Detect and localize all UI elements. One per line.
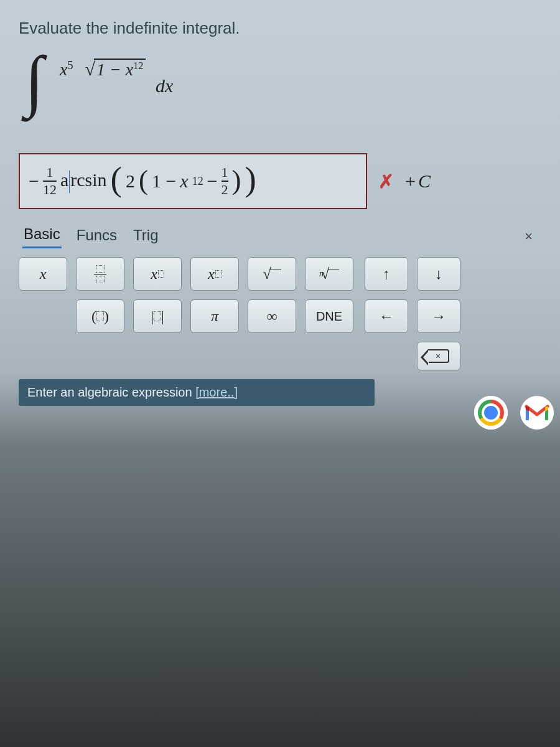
input-hint[interactable]: Enter an algebraic expression [more..] <box>19 379 375 406</box>
key-x[interactable]: x <box>19 257 67 291</box>
taskbar <box>474 396 554 430</box>
tab-funcs[interactable]: Funcs <box>75 225 118 248</box>
answer-frac-1-2: 1 2 <box>222 166 228 197</box>
key-arrow-down[interactable]: ↓ <box>417 257 460 291</box>
key-arrow-left[interactable]: ← <box>365 299 408 333</box>
answer-frac-1-12: 1 12 <box>43 166 57 197</box>
keypad-tabs: Basic Funcs Trig × <box>19 222 541 253</box>
gmail-icon[interactable] <box>520 396 554 430</box>
answer-two: 2 <box>126 171 135 192</box>
tab-basic[interactable]: Basic <box>22 224 62 248</box>
key-arrow-right[interactable]: → <box>417 299 460 333</box>
key-subscript[interactable]: x <box>190 257 239 291</box>
integral-sign: ∫ <box>25 41 44 120</box>
plus-c-label: +C <box>405 171 431 192</box>
dx-label: dx <box>156 75 173 96</box>
answer-inner-minus: − <box>207 171 218 192</box>
key-infinity[interactable]: ∞ <box>248 299 296 333</box>
question-prompt: Evaluate the indefinite integral. <box>19 19 541 38</box>
key-absolute[interactable]: || <box>133 299 182 333</box>
answer-input[interactable]: − 1 12 arcsin ( 2 ( 1 − x12 − 1 2 ) <box>19 153 367 209</box>
key-pi[interactable]: π <box>190 299 239 333</box>
integrand-fraction: x5 √ 1 − x12 <box>56 59 149 80</box>
integral-expression: ∫ x5 √ 1 − x12 dx <box>25 54 541 128</box>
incorrect-icon: ✗ <box>378 171 394 192</box>
keypad: x x x √ n√ () || π ∞ DNE ↑ ↓ ← → × <box>19 257 541 370</box>
key-dne[interactable]: DNE <box>305 299 353 333</box>
key-sqrt[interactable]: √ <box>248 257 296 291</box>
key-nth-root[interactable]: n√ <box>305 257 353 291</box>
key-fraction[interactable] <box>76 257 124 291</box>
chrome-icon[interactable] <box>474 396 508 430</box>
answer-x-exp: 12 <box>192 175 203 188</box>
key-parentheses[interactable]: () <box>76 299 124 333</box>
answer-inner-prefix: 1 − <box>152 171 176 192</box>
answer-minus: − <box>29 171 39 192</box>
close-keypad-button[interactable]: × <box>520 226 538 247</box>
hint-text: Enter an algebraic expression <box>27 385 195 399</box>
answer-arcsin: arcsin <box>60 169 107 193</box>
key-backspace[interactable]: × <box>417 342 460 370</box>
hint-more-link[interactable]: [more..] <box>195 385 238 399</box>
key-arrow-up[interactable]: ↑ <box>365 257 408 291</box>
key-superscript[interactable]: x <box>133 257 182 291</box>
answer-x: x <box>180 171 188 192</box>
tab-trig[interactable]: Trig <box>132 225 159 248</box>
